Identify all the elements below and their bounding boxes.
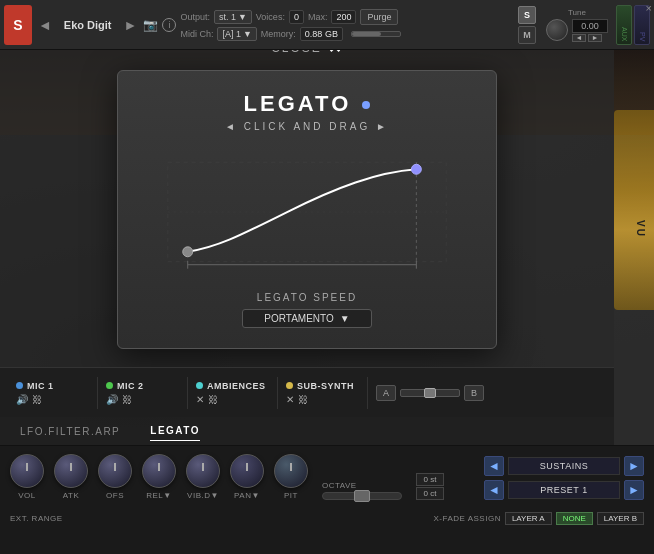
- mic2-link-icon[interactable]: ⛓: [122, 394, 132, 405]
- vol-group: VOL: [10, 454, 44, 500]
- sub-synth-name-row: SUB-SYNTH: [286, 381, 354, 391]
- aux-meter: AUX: [621, 27, 628, 41]
- xfade-a-btn[interactable]: A: [376, 385, 396, 401]
- ambiences-mute-icon[interactable]: ✕: [196, 394, 204, 405]
- xfade-assign-label: X-FADE ASSIGN: [434, 514, 501, 523]
- xfade-assign-row: X-FADE ASSIGN LAYER A NONE LAYER B: [434, 512, 645, 525]
- memory-label: Memory:: [261, 29, 296, 39]
- tune-label: Tune: [568, 8, 586, 17]
- ambiences-label: AMBIENCES: [207, 381, 266, 391]
- modal-subtitle: ◄ CLICK AND DRAG ►: [138, 121, 476, 132]
- sustains-next-btn[interactable]: ►: [624, 456, 644, 476]
- midi-row: Midi Ch: [A] 1 ▼ Memory: 0.88 GB: [180, 27, 510, 41]
- ofs-knob[interactable]: [98, 454, 132, 488]
- app-logo: S: [4, 5, 32, 45]
- atk-label: ATK: [63, 491, 79, 500]
- mic1-link-icon[interactable]: ⛓: [32, 394, 42, 405]
- pv-meter: PV: [639, 32, 646, 41]
- octave-handle: [354, 490, 370, 502]
- info-icon[interactable]: i: [162, 18, 176, 32]
- ambiences-icons: ✕ ⛓: [196, 394, 218, 405]
- xfade-layer-b-btn[interactable]: LAYER B: [597, 512, 644, 525]
- mic2-name-row: MIC 2: [106, 381, 144, 391]
- sub-synth-icons: ✕ ⛓: [286, 394, 308, 405]
- sub-synth-mute-icon[interactable]: ✕: [286, 394, 294, 405]
- tune-section: 0.00 ◄ ►: [546, 19, 608, 42]
- ambiences-link-icon[interactable]: ⛓: [208, 394, 218, 405]
- max-label: Max:: [308, 12, 328, 22]
- output-dropdown[interactable]: st. 1 ▼: [214, 10, 252, 24]
- vib-group: VIB.D▼: [186, 454, 220, 500]
- nav-prev-arrow[interactable]: ◄: [36, 17, 54, 33]
- rel-knob[interactable]: [142, 454, 176, 488]
- mic-group-sub-synth: SUB-SYNTH ✕ ⛓: [278, 377, 368, 409]
- oct-input-ct[interactable]: 0 ct: [416, 487, 444, 500]
- tune-knob[interactable]: [546, 19, 568, 41]
- mic-group-1: MIC 1 🔊 ⛓: [8, 377, 98, 409]
- legato-modal: LEGATO ◄ CLICK AND DRAG ►: [117, 70, 497, 349]
- vol-knob[interactable]: [10, 454, 44, 488]
- mic-section: MIC 1 🔊 ⛓ MIC 2 🔊 ⛓ AMBIENCES: [0, 367, 614, 417]
- vib-label: VIB.D▼: [187, 491, 219, 500]
- modal-close-label: CLOSE: [271, 50, 322, 55]
- right-controls: ◄ SUSTAINS ► ◄ PRESET 1 ►: [484, 456, 644, 500]
- xfade-slider[interactable]: [400, 389, 460, 397]
- legato-curve[interactable]: [138, 152, 476, 282]
- curve-svg: [138, 152, 476, 282]
- preset1-prev-btn[interactable]: ◄: [484, 480, 504, 500]
- modal-close-button[interactable]: CLOSE ✕: [271, 50, 343, 57]
- portamento-dropdown[interactable]: PORTAMENTO ▼: [242, 309, 372, 328]
- vib-knob[interactable]: [186, 454, 220, 488]
- mic1-dot: [16, 382, 23, 389]
- xfade-b-btn[interactable]: B: [464, 385, 484, 401]
- tab-lfo-filter-arp[interactable]: LFO.FILTER.ARP: [20, 422, 120, 441]
- mic1-speaker-icon[interactable]: 🔊: [16, 394, 28, 405]
- mic2-speaker-icon[interactable]: 🔊: [106, 394, 118, 405]
- purge-button[interactable]: Purge: [360, 9, 398, 25]
- atk-knob[interactable]: [54, 454, 88, 488]
- rel-group: REL▼: [142, 454, 176, 500]
- mic1-icons: 🔊 ⛓: [16, 394, 42, 405]
- ext-range-label: EXT. RANGE: [10, 514, 63, 523]
- pan-knob[interactable]: [230, 454, 264, 488]
- oct-input-st[interactable]: 0 st: [416, 473, 444, 486]
- xfade-none-btn[interactable]: NONE: [556, 512, 593, 525]
- preset1-btn[interactable]: PRESET 1: [508, 481, 620, 499]
- window-close-button[interactable]: ×: [646, 2, 652, 14]
- midi-dropdown-arrow: ▼: [243, 29, 252, 39]
- mic1-label: MIC 1: [27, 381, 54, 391]
- sustains-btn[interactable]: SUSTAINS: [508, 457, 620, 475]
- rel-label: REL▼: [146, 491, 171, 500]
- preset1-next-btn[interactable]: ►: [624, 480, 644, 500]
- sustains-row: ◄ SUSTAINS ►: [484, 456, 644, 476]
- tab-legato[interactable]: LEGATO: [150, 421, 200, 441]
- tune-display: 0.00: [572, 19, 608, 33]
- knobs-row: VOL ATK OFS REL▼ VIB.D▼ PAN▼ PIT: [10, 454, 644, 500]
- pan-group: PAN▼: [230, 454, 264, 500]
- oct-inputs: 0 st 0 ct: [416, 473, 444, 500]
- nav-next-arrow[interactable]: ►: [122, 17, 140, 33]
- vu-meter-accent: VU: [614, 110, 654, 310]
- mic-group-2: MIC 2 🔊 ⛓: [98, 377, 188, 409]
- modal-title: LEGATO: [138, 91, 476, 117]
- camera-icon[interactable]: 📷: [143, 18, 158, 32]
- tune-up-btn[interactable]: ►: [588, 34, 602, 42]
- m-button[interactable]: M: [518, 26, 536, 44]
- portamento-label: PORTAMENTO: [264, 313, 333, 324]
- tune-down-btn[interactable]: ◄: [572, 34, 586, 42]
- xfade-layer-a-btn[interactable]: LAYER A: [505, 512, 552, 525]
- sub-synth-link-icon[interactable]: ⛓: [298, 394, 308, 405]
- svg-point-4: [411, 164, 421, 174]
- s-button[interactable]: S: [518, 6, 536, 24]
- sustains-prev-btn[interactable]: ◄: [484, 456, 504, 476]
- instrument-settings: Output: st. 1 ▼ Voices: 0 Max: 200 Purge…: [180, 9, 510, 41]
- output-dropdown-arrow: ▼: [238, 12, 247, 22]
- modal-title-dot: [362, 101, 370, 109]
- midi-dropdown[interactable]: [A] 1 ▼: [217, 27, 256, 41]
- octave-slider[interactable]: [322, 492, 402, 500]
- bottom-controls: VOL ATK OFS REL▼ VIB.D▼ PAN▼ PIT: [0, 445, 654, 554]
- pit-knob[interactable]: [274, 454, 308, 488]
- vol-label: VOL: [18, 491, 36, 500]
- ofs-label: OFS: [106, 491, 124, 500]
- ambiences-dot: [196, 382, 203, 389]
